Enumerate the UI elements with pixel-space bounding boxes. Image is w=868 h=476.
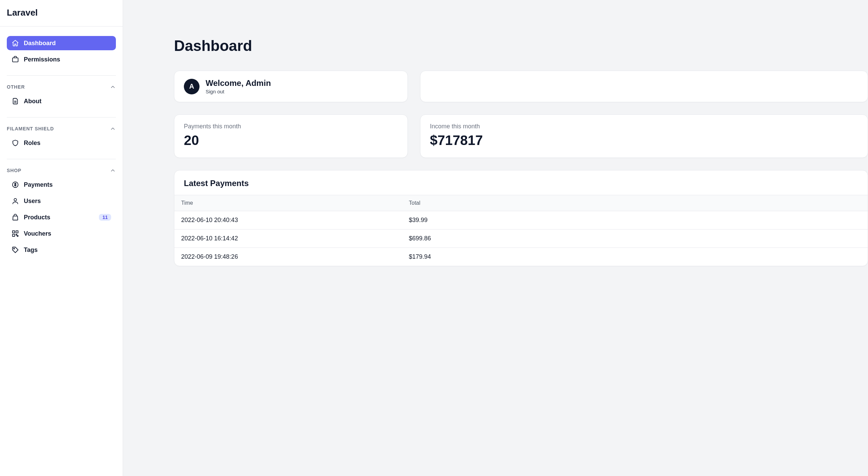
secondary-card <box>420 71 868 102</box>
chevron-up-icon[interactable] <box>110 126 116 132</box>
cell-total: $179.94 <box>402 248 868 266</box>
welcome-greeting: Welcome, Admin <box>206 78 271 88</box>
brand-title: Laravel <box>0 0 123 26</box>
group-title: SHOP <box>7 168 21 173</box>
divider <box>7 117 116 117</box>
svg-point-10 <box>14 248 15 249</box>
svg-rect-0 <box>13 58 18 62</box>
svg-point-4 <box>14 199 16 201</box>
column-header-total: Total <box>402 195 868 211</box>
page-title: Dashboard <box>174 37 868 54</box>
products-badge: 11 <box>99 214 111 221</box>
cell-time: 2022-06-10 16:14:42 <box>174 230 402 248</box>
sidebar-item-label: Permissions <box>24 56 111 63</box>
stat-label: Payments this month <box>184 123 398 130</box>
sidebar-item-label: Dashboard <box>24 40 111 47</box>
bag-icon <box>12 214 19 221</box>
latest-payments-card: Latest Payments Time Total 2022-06-10 20… <box>174 170 868 266</box>
welcome-row: A Welcome, Admin Sign out <box>174 71 868 102</box>
sidebar-item-label: Vouchers <box>24 230 111 237</box>
home-icon <box>12 39 19 47</box>
sidebar-item-about[interactable]: About <box>7 94 116 108</box>
svg-rect-6 <box>16 231 18 233</box>
column-header-time: Time <box>174 195 402 211</box>
group-header-shop[interactable]: SHOP <box>7 167 116 178</box>
sidebar-item-dashboard[interactable]: Dashboard <box>7 36 116 50</box>
cell-total: $39.99 <box>402 211 868 229</box>
briefcase-icon <box>12 56 19 63</box>
svg-rect-8 <box>16 234 17 235</box>
table-header: Time Total <box>174 195 868 211</box>
svg-rect-9 <box>17 236 18 237</box>
cell-time: 2022-06-10 20:40:43 <box>174 211 402 229</box>
table-row[interactable]: 2022-06-10 16:14:42 $699.86 <box>174 229 868 248</box>
sidebar-item-roles[interactable]: Roles <box>7 136 116 150</box>
latest-payments-title: Latest Payments <box>174 170 868 195</box>
sidebar-item-payments[interactable]: Payments <box>7 178 116 192</box>
qrcode-icon <box>12 230 19 237</box>
sidebar-item-permissions[interactable]: Permissions <box>7 52 116 67</box>
sidebar-item-tags[interactable]: Tags <box>7 243 116 257</box>
sidebar-item-label: Payments <box>24 181 111 188</box>
sidebar-item-label: Products <box>24 214 94 221</box>
currency-dollar-icon <box>12 181 19 188</box>
sidebar-top-group: Dashboard Permissions OTHER About <box>2 36 121 257</box>
sidebar-item-products[interactable]: Products 11 <box>7 210 116 224</box>
main-content: Dashboard A Welcome, Admin Sign out Paym… <box>123 0 868 476</box>
group-title: FILAMENT SHIELD <box>7 126 54 131</box>
table-row[interactable]: 2022-06-09 19:48:26 $179.94 <box>174 248 868 266</box>
sidebar-item-vouchers[interactable]: Vouchers <box>7 226 116 241</box>
table-row[interactable]: 2022-06-10 20:40:43 $39.99 <box>174 211 868 229</box>
user-icon <box>12 197 19 205</box>
group-header-other[interactable]: OTHER <box>7 84 116 94</box>
sidebar-item-label: Roles <box>24 140 111 147</box>
sidebar-item-label: Users <box>24 198 111 205</box>
sidebar-item-label: About <box>24 98 111 105</box>
svg-rect-5 <box>13 231 15 233</box>
welcome-card: A Welcome, Admin Sign out <box>174 71 408 102</box>
tag-icon <box>12 246 19 254</box>
stat-card-payments: Payments this month 20 <box>174 114 408 158</box>
stat-label: Income this month <box>430 123 858 130</box>
chevron-up-icon[interactable] <box>110 167 116 173</box>
sidebar-nav: Dashboard Permissions OTHER About <box>0 26 123 259</box>
chevron-up-icon[interactable] <box>110 84 116 90</box>
svg-rect-7 <box>13 234 15 236</box>
stats-row: Payments this month 20 Income this month… <box>174 114 868 158</box>
avatar: A <box>184 79 199 94</box>
cell-time: 2022-06-09 19:48:26 <box>174 248 402 266</box>
sign-out-link[interactable]: Sign out <box>206 89 271 94</box>
stat-value: $717817 <box>430 133 858 148</box>
divider <box>7 159 116 159</box>
group-header-filament-shield[interactable]: FILAMENT SHIELD <box>7 126 116 136</box>
stat-value: 20 <box>184 133 398 148</box>
document-icon <box>12 97 19 105</box>
group-title: OTHER <box>7 84 25 90</box>
cell-total: $699.86 <box>402 230 868 248</box>
shield-icon <box>12 139 19 147</box>
stat-card-income: Income this month $717817 <box>420 114 868 158</box>
sidebar-item-users[interactable]: Users <box>7 194 116 208</box>
sidebar-item-label: Tags <box>24 246 111 254</box>
sidebar: Laravel Dashboard Permissions OTHER <box>0 0 123 476</box>
divider <box>7 75 116 76</box>
